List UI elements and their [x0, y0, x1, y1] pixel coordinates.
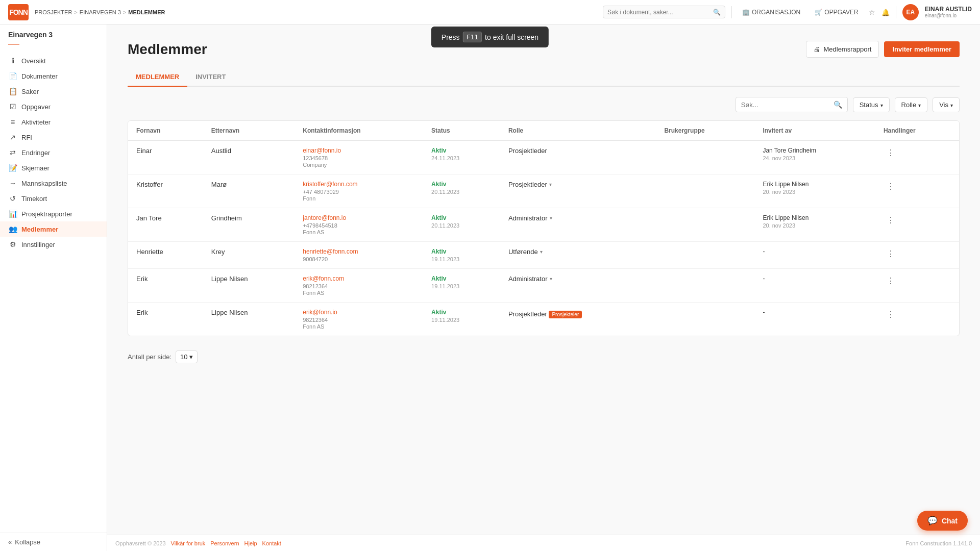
- vis-filter-btn[interactable]: Vis: [933, 97, 960, 112]
- sidebar-item-label: Skjemaer: [21, 164, 50, 172]
- cell-actions: ⋮: [875, 208, 959, 242]
- breadcrumb: PROSJEKTER > EINARVEGEN 3 > MEDLEMMER: [35, 9, 165, 15]
- global-search-box[interactable]: [603, 6, 725, 18]
- app-logo[interactable]: FONN: [8, 4, 29, 20]
- sidebar-item-endringer[interactable]: ⇄ Endringer: [0, 145, 107, 160]
- aktiviteter-icon: ≡: [8, 118, 17, 126]
- sidebar-item-aktiviteter[interactable]: ≡ Aktiviteter: [0, 114, 107, 130]
- tab-invitert[interactable]: INVITERT: [187, 68, 234, 87]
- sidebar-item-medlemmer[interactable]: 👥 Medlemmer: [0, 221, 107, 237]
- tab-medlemmer[interactable]: MEDLEMMER: [128, 68, 187, 87]
- sidebar-item-label: Prosjektrapporter: [21, 210, 72, 218]
- cell-contact: einar@fonn.io 12345678 Company: [295, 141, 423, 174]
- page-footer: Opphavsrett © 2023 Vilkår for bruk Perso…: [107, 535, 980, 551]
- cell-contact: jantore@fonn.io +4798454518 Fonn AS: [295, 208, 423, 242]
- chat-button[interactable]: Chat: [917, 511, 968, 531]
- member-search-input[interactable]: [741, 101, 830, 109]
- status-filter-btn[interactable]: Status: [853, 97, 890, 112]
- tasks-icon: [815, 9, 822, 16]
- report-btn[interactable]: Medlemsrapport: [806, 41, 879, 58]
- prosjektrapporter-icon: 📊: [8, 210, 17, 218]
- favorites-icon[interactable]: [869, 8, 875, 17]
- app-version: Fonn Construction 1.141.0: [905, 540, 972, 546]
- cell-status: Aktiv 20.11.2023: [423, 174, 500, 208]
- sidebar-item-oppgaver[interactable]: ☑ Oppgaver: [0, 99, 107, 114]
- cell-actions: ⋮: [875, 174, 959, 208]
- notifications-icon[interactable]: [881, 8, 890, 17]
- tasks-btn[interactable]: OPPGAVER: [811, 7, 862, 18]
- banner-text-after: to exit full screen: [485, 33, 538, 41]
- user-email: einar@fonn.io: [925, 13, 972, 18]
- breadcrumb-prosjekter[interactable]: PROSJEKTER: [35, 9, 72, 15]
- main-content: Medlemmer Medlemsrapport Inviter medlemm…: [107, 24, 980, 551]
- sidebar-item-saker[interactable]: 📋 Saker: [0, 84, 107, 99]
- cell-actions: ⋮: [875, 141, 959, 174]
- sidebar-item-label: Aktiviteter: [21, 118, 51, 126]
- row-actions-btn[interactable]: ⋮: [884, 309, 898, 320]
- footer-vilkar[interactable]: Vilkår for bruk: [171, 540, 206, 546]
- sidebar-project-name: Einarvegen 3: [0, 24, 107, 41]
- collapse-btn[interactable]: « Kollapse: [0, 533, 107, 551]
- sidebar-item-label: Dokumenter: [21, 72, 58, 80]
- cell-invitert-av: -: [754, 303, 875, 336]
- cell-etternavn: Austlid: [203, 141, 295, 174]
- cell-etternavn: Lippe Nilsen: [203, 303, 295, 336]
- filter-row: 🔍 Status Rolle Vis: [128, 97, 960, 112]
- row-actions-btn[interactable]: ⋮: [884, 248, 898, 260]
- role-filter-btn[interactable]: Rolle: [895, 97, 928, 112]
- page-title: Medlemmer: [128, 41, 207, 58]
- cell-contact: henriette@fonn.com 90084720: [295, 242, 423, 269]
- col-kontakt: Kontaktinformasjon: [295, 121, 423, 141]
- invite-btn[interactable]: Inviter medlemmer: [884, 41, 960, 57]
- avatar[interactable]: EA: [902, 4, 919, 20]
- dokumenter-icon: 📄: [8, 72, 17, 80]
- row-actions-btn[interactable]: ⋮: [884, 147, 898, 159]
- cell-brukergruppe: [656, 303, 754, 336]
- sidebar-item-prosjektrapporter[interactable]: 📊 Prosjektrapporter: [0, 206, 107, 221]
- sidebar-item-dokumenter[interactable]: 📄 Dokumenter: [0, 68, 107, 84]
- cell-status: Aktiv 24.11.2023: [423, 141, 500, 174]
- banner-key: F11: [463, 32, 482, 42]
- sidebar-project-sub: ——: [0, 41, 107, 51]
- cell-brukergruppe: [656, 141, 754, 174]
- row-actions-btn[interactable]: ⋮: [884, 275, 898, 287]
- cell-etternavn: Krey: [203, 242, 295, 269]
- footer-personvern[interactable]: Personvern: [210, 540, 239, 546]
- table-row: Erik Lippe Nilsen erik@fonn.com 98212364…: [128, 269, 959, 303]
- cell-etternavn: Lippe Nilsen: [203, 269, 295, 303]
- cell-role: Utførende▾: [500, 242, 656, 269]
- row-actions-btn[interactable]: ⋮: [884, 214, 898, 226]
- cell-role: Prosjektleder: [500, 141, 656, 174]
- sidebar-item-oversikt[interactable]: ℹ Oversikt: [0, 53, 107, 68]
- sidebar-item-skjemaer[interactable]: 📝 Skjemaer: [0, 160, 107, 176]
- sidebar-item-mannskapsliste[interactable]: → Mannskapsliste: [0, 176, 107, 191]
- chevron-down-icon: [918, 101, 921, 109]
- row-actions-btn[interactable]: ⋮: [884, 181, 898, 192]
- table-row: Jan Tore Grindheim jantore@fonn.io +4798…: [128, 208, 959, 242]
- cell-invitert-av: Erik Lippe Nilsen 20. nov 2023: [754, 174, 875, 208]
- sidebar-item-label: Medlemmer: [21, 226, 58, 233]
- global-search-input[interactable]: [607, 9, 710, 16]
- organisation-btn[interactable]: ORGANISASJON: [738, 7, 804, 18]
- cell-role: Administrator▾: [500, 208, 656, 242]
- cell-fornavn: Erik: [128, 269, 203, 303]
- organisation-label: ORGANISASJON: [752, 9, 800, 16]
- per-page-select[interactable]: 10 ▾: [176, 350, 198, 363]
- breadcrumb-einarvegen[interactable]: EINARVEGEN 3: [80, 9, 121, 15]
- sidebar-item-timekort[interactable]: ↺ Timekort: [0, 191, 107, 206]
- page-actions: Medlemsrapport Inviter medlemmer: [806, 41, 960, 58]
- cell-role: Administrator▾: [500, 269, 656, 303]
- user-name: EINAR AUSTLID: [925, 6, 972, 13]
- cell-status: Aktiv 19.11.2023: [423, 242, 500, 269]
- sidebar-item-innstillinger[interactable]: ⚙ Innstillinger: [0, 237, 107, 252]
- footer-hjelp[interactable]: Hjelp: [244, 540, 257, 546]
- cell-fornavn: Jan Tore: [128, 208, 203, 242]
- footer-kontakt[interactable]: Kontakt: [262, 540, 281, 546]
- cell-invitert-av: Erik Lippe Nilsen 20. nov 2023: [754, 208, 875, 242]
- member-search-box[interactable]: 🔍: [736, 97, 848, 112]
- organisation-icon: [742, 9, 750, 16]
- sidebar-item-rfi[interactable]: ↗ RFI: [0, 130, 107, 145]
- col-fornavn: Fornavn: [128, 121, 203, 141]
- table-row: Henriette Krey henriette@fonn.com 900847…: [128, 242, 959, 269]
- cell-invitert-av: -: [754, 242, 875, 269]
